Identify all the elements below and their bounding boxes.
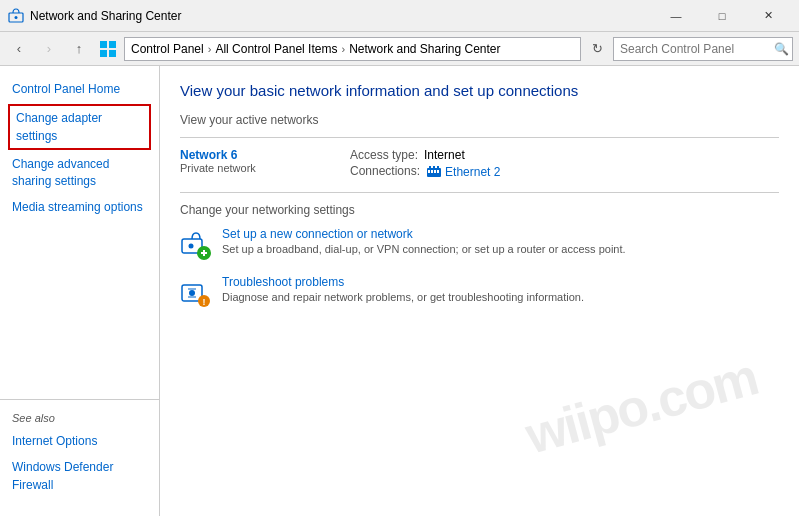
title-bar-buttons: — □ ✕ [653, 0, 791, 32]
see-also-label: See also [0, 408, 159, 428]
svg-text:!: ! [203, 297, 206, 307]
up-button[interactable]: ↑ [66, 36, 92, 62]
network-info: Network 6 Private network Access type: I… [180, 148, 779, 180]
search-box: 🔍 [613, 37, 793, 61]
svg-rect-3 [109, 41, 116, 48]
change-settings-heading: Change your networking settings [180, 203, 779, 217]
new-connection-icon [180, 229, 212, 261]
connections-row: Connections: Ethernet 2 [350, 164, 500, 180]
svg-point-15 [189, 244, 194, 249]
close-button[interactable]: ✕ [745, 0, 791, 32]
svg-rect-12 [434, 170, 436, 173]
svg-rect-7 [429, 166, 431, 169]
watermark: wiipo.com [519, 346, 763, 465]
access-type-label: Access type: [350, 148, 418, 162]
svg-rect-8 [433, 166, 435, 169]
maximize-button[interactable]: □ [699, 0, 745, 32]
new-connection-desc: Set up a broadband, dial-up, or VPN conn… [222, 243, 626, 255]
network-name-block: Network 6 Private network [180, 148, 320, 174]
network-details: Access type: Internet Connections: [350, 148, 500, 180]
settings-item-new-connection: Set up a new connection or network Set u… [180, 227, 779, 261]
network-type: Private network [180, 162, 320, 174]
refresh-button[interactable]: ↻ [585, 37, 609, 61]
active-networks-heading: View your active networks [180, 113, 779, 127]
sidebar-item-windows-firewall[interactable]: Windows Defender Firewall [0, 454, 159, 498]
svg-rect-13 [437, 170, 439, 173]
sidebar-item-control-panel-home[interactable]: Control Panel Home [0, 76, 159, 102]
back-button[interactable]: ‹ [6, 36, 32, 62]
title-bar-title: Network and Sharing Center [30, 9, 653, 23]
svg-rect-4 [100, 50, 107, 57]
sidebar-bottom: See also Internet Options Windows Defend… [0, 399, 159, 506]
access-type-row: Access type: Internet [350, 148, 500, 162]
svg-rect-10 [428, 170, 430, 173]
connections-value[interactable]: Ethernet 2 [445, 165, 500, 179]
divider-1 [180, 137, 779, 138]
breadcrumb-control-panel[interactable]: Control Panel [131, 42, 204, 56]
breadcrumb-all-items[interactable]: All Control Panel Items [215, 42, 337, 56]
sidebar-item-advanced-sharing[interactable]: Change advanced sharing settings [0, 152, 159, 194]
ethernet-icon [426, 164, 442, 180]
svg-rect-11 [431, 170, 433, 173]
windows-icon [98, 39, 118, 59]
new-connection-link[interactable]: Set up a new connection or network [222, 227, 413, 241]
forward-button[interactable]: › [36, 36, 62, 62]
search-icon[interactable]: 🔍 [774, 40, 789, 58]
troubleshoot-link[interactable]: Troubleshoot problems [222, 275, 344, 289]
breadcrumb-sep-1: › [208, 43, 212, 55]
main-container: Control Panel Home Change adapter settin… [0, 66, 799, 516]
svg-rect-9 [437, 166, 439, 169]
sidebar-spacer [0, 220, 159, 399]
search-input[interactable] [620, 42, 770, 56]
breadcrumb-network-sharing[interactable]: Network and Sharing Center [349, 42, 500, 56]
sidebar-item-internet-options[interactable]: Internet Options [0, 428, 159, 454]
svg-point-20 [189, 290, 195, 296]
page-title: View your basic network information and … [180, 82, 779, 99]
access-type-value: Internet [424, 148, 465, 162]
svg-rect-5 [109, 50, 116, 57]
network-name[interactable]: Network 6 [180, 148, 320, 162]
troubleshoot-content: Troubleshoot problems Diagnose and repai… [222, 275, 584, 303]
address-bar: ‹ › ↑ Control Panel › All Control Panel … [0, 32, 799, 66]
title-bar: Network and Sharing Center — □ ✕ [0, 0, 799, 32]
divider-2 [180, 192, 779, 193]
sidebar-item-media-streaming[interactable]: Media streaming options [0, 194, 159, 220]
breadcrumb-sep-2: › [341, 43, 345, 55]
new-connection-content: Set up a new connection or network Set u… [222, 227, 626, 255]
troubleshoot-icon: ! [180, 277, 212, 309]
svg-point-1 [15, 16, 18, 19]
minimize-button[interactable]: — [653, 0, 699, 32]
settings-item-troubleshoot: ! Troubleshoot problems Diagnose and rep… [180, 275, 779, 309]
content-area: View your basic network information and … [160, 66, 799, 516]
sidebar: Control Panel Home Change adapter settin… [0, 66, 160, 516]
troubleshoot-desc: Diagnose and repair network problems, or… [222, 291, 584, 303]
address-field[interactable]: Control Panel › All Control Panel Items … [124, 37, 581, 61]
title-bar-icon [8, 8, 24, 24]
connections-label: Connections: [350, 164, 420, 180]
sidebar-item-change-adapter[interactable]: Change adapter settings [8, 104, 151, 150]
svg-rect-2 [100, 41, 107, 48]
